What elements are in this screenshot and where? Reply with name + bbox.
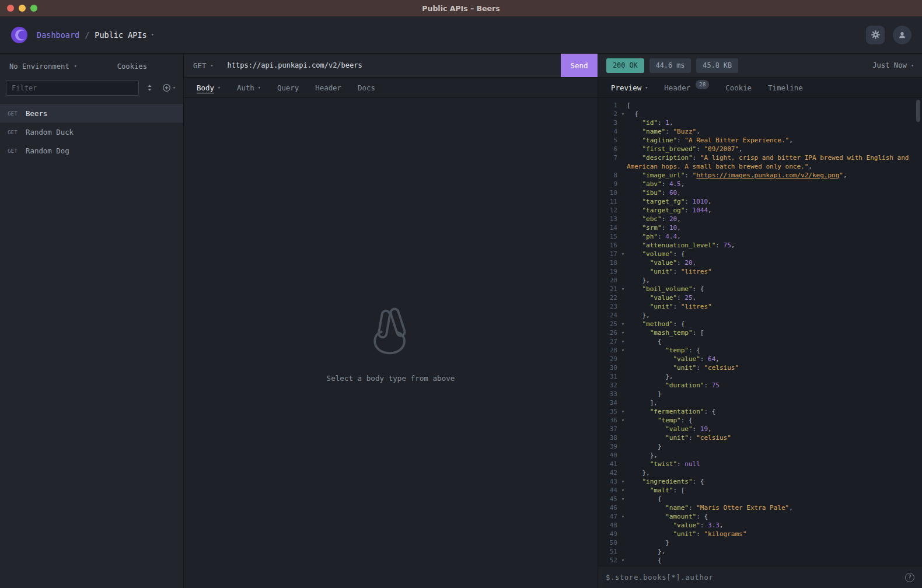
fold-toggle-icon[interactable]: ▾ [619, 328, 627, 337]
send-button[interactable]: Send [561, 54, 598, 77]
window-title: Public APIs – Beers [422, 4, 500, 13]
method-dropdown[interactable]: GET ▾ [184, 61, 223, 70]
sidebar-filter-input[interactable] [6, 80, 139, 96]
token: , [739, 145, 743, 153]
code-line: 21▾ "boil_volume": { [598, 285, 922, 293]
token: } [627, 443, 662, 450]
response-recency-label: Just Now [872, 61, 907, 69]
code-text: } [627, 538, 922, 547]
code-line: 40 }, [598, 451, 922, 460]
fold-toggle-icon[interactable]: ▾ [619, 407, 627, 416]
fullscreen-window-button[interactable] [30, 5, 37, 12]
token: , [677, 215, 681, 223]
tab-preview[interactable]: Preview▾ [603, 78, 656, 97]
tab-header[interactable]: Header [307, 78, 350, 97]
token: , [669, 119, 673, 127]
minimize-window-button[interactable] [19, 5, 26, 12]
environment-selector[interactable]: No Environment ▾ [9, 62, 77, 71]
breadcrumb-dashboard-link[interactable]: Dashboard [37, 30, 79, 40]
tab-body[interactable]: Body▾ [188, 78, 229, 97]
token [627, 250, 642, 258]
response-history-dropdown[interactable]: Just Now ▾ [872, 61, 914, 69]
request-method-label: GET [8, 129, 26, 135]
fold-toggle-icon[interactable]: ▾ [619, 250, 627, 258]
json-path-filter-input[interactable] [606, 573, 899, 582]
fold-toggle-icon[interactable]: ▾ [619, 512, 627, 521]
scrollbar-thumb[interactable] [916, 100, 920, 122]
token: : [665, 128, 673, 135]
fold-toggle-icon[interactable]: ▾ [619, 346, 627, 355]
fold-toggle-icon[interactable]: ▾ [619, 486, 627, 495]
token: "image_url" [642, 172, 685, 179]
fold-toggle-icon[interactable]: ▾ [619, 556, 627, 565]
request-item-random-duck[interactable]: GETRandom Duck [0, 123, 183, 141]
token [627, 303, 650, 310]
code-text: "unit": "litres" [627, 267, 922, 276]
token: { [627, 110, 638, 118]
workspace-dropdown[interactable]: Public APIs ▾ [95, 30, 154, 40]
tab-label: Body [197, 83, 214, 92]
request-name-label: Random Dog [26, 146, 69, 155]
fold-toggle-icon[interactable]: ▾ [619, 285, 627, 293]
url-input[interactable] [223, 61, 561, 69]
token: "ingredients" [642, 478, 693, 485]
sort-icon [146, 84, 153, 92]
token: "abv" [642, 180, 662, 188]
line-number: 51 [598, 547, 619, 556]
token: , [720, 522, 724, 529]
cookies-button[interactable]: Cookies [117, 62, 147, 71]
account-button[interactable] [893, 26, 911, 44]
token: "amount" [665, 513, 696, 520]
fold-toggle-icon[interactable]: ▾ [619, 416, 627, 425]
code-line: 47▾ "amount": { [598, 512, 922, 521]
tab-cookie[interactable]: Cookie [717, 78, 760, 97]
sort-requests-button[interactable] [144, 84, 155, 92]
code-line: 23 "unit": "litres" [598, 302, 922, 311]
fold-toggle-icon[interactable]: ▾ [619, 337, 627, 346]
tab-header[interactable]: Header28 [656, 78, 717, 97]
line-number: 32 [598, 381, 619, 390]
peace-hand-icon [364, 304, 418, 358]
caret-down-icon: ▾ [151, 32, 154, 37]
fold-toggle-icon[interactable]: ▾ [619, 320, 627, 328]
token [627, 242, 642, 249]
fold-toggle-icon [619, 293, 627, 302]
request-item-beers[interactable]: GETBeers [0, 104, 183, 123]
token [627, 154, 642, 162]
tab-auth[interactable]: Auth▾ [229, 78, 269, 97]
code-line: 52▾ { [598, 556, 922, 565]
tab-timeline[interactable]: Timeline [760, 78, 811, 97]
tab-docs[interactable]: Docs [350, 78, 383, 97]
close-window-button[interactable] [7, 5, 14, 12]
code-line: 30 "unit": "celsius" [598, 363, 922, 372]
token: "unit" [665, 434, 689, 442]
code-text: }, [627, 451, 922, 460]
line-number: 6 [598, 145, 619, 153]
line-number: 30 [598, 363, 619, 372]
fold-toggle-icon[interactable]: ▾ [619, 495, 627, 503]
token: "twist" [650, 460, 677, 468]
token: : [677, 136, 684, 144]
code-line: 31 }, [598, 372, 922, 381]
code-text: "target_fg": 1010, [627, 197, 922, 206]
help-icon[interactable]: ? [905, 573, 914, 582]
token: 20 [684, 259, 692, 267]
token: "temp" [658, 416, 681, 424]
token: "unit" [673, 364, 696, 372]
tab-query[interactable]: Query [269, 78, 307, 97]
settings-button[interactable] [866, 26, 885, 44]
code-line: 41 "twist": null [598, 460, 922, 468]
code-line: 53 "name": "Caramalt", [598, 565, 922, 566]
token: , [789, 136, 793, 144]
code-line: 32 "duration": 75 [598, 381, 922, 390]
create-request-button[interactable]: ▾ [160, 83, 177, 92]
status-code-badge: 200 OK [606, 58, 644, 73]
code-line: 6 "first_brewed": "09/2007", [598, 145, 922, 153]
line-number: 4 [598, 127, 619, 136]
line-number: 3 [598, 118, 619, 127]
code-text: }, [627, 468, 922, 477]
fold-toggle-icon[interactable]: ▾ [619, 110, 627, 118]
tab-label: Header [664, 83, 690, 92]
request-item-random-dog[interactable]: GETRandom Dog [0, 141, 183, 160]
fold-toggle-icon[interactable]: ▾ [619, 477, 627, 486]
